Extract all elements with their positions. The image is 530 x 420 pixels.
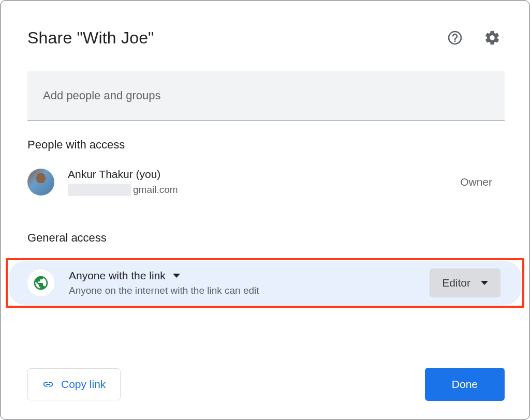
highlighted-annotation: Anyone with the link Anyone on the inter… — [6, 258, 524, 308]
copy-link-label: Copy link — [61, 378, 106, 391]
email-redacted — [68, 184, 131, 196]
access-role-label: Editor — [442, 277, 470, 289]
general-access-header: General access — [1, 202, 529, 255]
settings-button[interactable] — [482, 27, 503, 48]
access-info: Anyone with the link Anyone on the inter… — [69, 269, 430, 296]
link-icon — [42, 379, 54, 390]
access-scope-dropdown[interactable]: Anyone with the link — [69, 269, 430, 282]
person-row: Ankur Thakur (you) gmail.com Owner — [1, 162, 529, 202]
person-role: Owner — [460, 176, 492, 188]
access-role-dropdown[interactable]: Editor — [430, 268, 500, 297]
person-name: Ankur Thakur (you) — [68, 168, 460, 181]
dialog-header: Share "With Joe" — [1, 1, 529, 58]
globe-icon — [33, 275, 49, 291]
dialog-footer: Copy link Done — [27, 368, 505, 401]
copy-link-button[interactable]: Copy link — [27, 368, 121, 400]
access-description: Anyone on the internet with the link can… — [69, 285, 430, 296]
avatar — [27, 169, 54, 196]
add-people-placeholder: Add people and groups — [43, 89, 161, 102]
globe-icon-container — [27, 269, 54, 296]
person-email: gmail.com — [68, 184, 460, 196]
people-with-access-header: People with access — [1, 121, 529, 162]
general-access-row: Anyone with the link Anyone on the inter… — [9, 261, 521, 305]
chevron-down-icon — [481, 281, 488, 285]
email-suffix: gmail.com — [133, 184, 178, 196]
add-people-input[interactable]: Add people and groups — [27, 71, 505, 121]
gear-icon — [484, 29, 500, 46]
person-info: Ankur Thakur (you) gmail.com — [68, 168, 460, 196]
share-dialog: Share "With Joe" Add people and groups P… — [0, 0, 530, 420]
chevron-down-icon — [173, 274, 180, 278]
header-actions — [445, 27, 503, 48]
access-scope-label: Anyone with the link — [69, 269, 166, 282]
help-button[interactable] — [445, 27, 465, 48]
dialog-title: Share "With Joe" — [27, 28, 154, 48]
done-button[interactable]: Done — [425, 368, 505, 401]
help-icon — [447, 29, 463, 46]
